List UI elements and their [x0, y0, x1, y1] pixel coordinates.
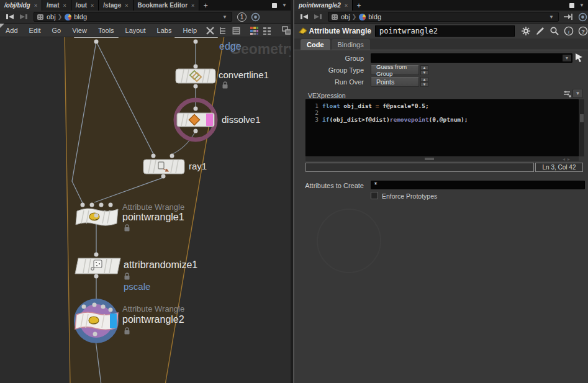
forward-button[interactable] [313, 12, 323, 21]
help-icon[interactable]: ? [578, 26, 588, 36]
hscroll-arrow-icons[interactable]: ◂▸ [563, 156, 572, 162]
pane-menu-chevron-icon[interactable]: ▼ [579, 2, 584, 8]
tab-bindings[interactable]: Bindings [332, 39, 370, 50]
path-field[interactable]: obj ❯ bldg ▼ [34, 12, 232, 22]
node-convertline1[interactable] [176, 69, 215, 83]
code-line[interactable]: 3if(obj_dist>f@dist)removepoint(0,@ptnum… [306, 116, 578, 123]
template-flag[interactable] [206, 114, 213, 126]
path-dropdown-chevron-icon[interactable]: ▼ [220, 14, 229, 20]
search-icon[interactable] [550, 26, 559, 36]
right-tabbar: pointwrangle2 × + ▼ [294, 0, 588, 11]
back-button[interactable] [5, 12, 15, 21]
pane-menu-chevron-icon[interactable]: ▼ [282, 2, 287, 8]
close-icon[interactable]: × [63, 2, 66, 9]
param-tab-strip: Code Bindings [294, 38, 588, 50]
vex-menu-chevron-icon[interactable]: ▼ [572, 89, 583, 98]
code-token: float [322, 102, 340, 109]
pane-corner-handle[interactable] [0, 24, 4, 28]
display-flag[interactable] [110, 313, 117, 328]
tab-code[interactable]: Code [301, 39, 330, 50]
tab-mat[interactable]: /mat × [42, 0, 71, 11]
node-pointwrangle2[interactable] [75, 312, 118, 330]
menu-labs[interactable]: Labs [152, 27, 178, 34]
menu-layout[interactable]: Layout [120, 27, 152, 34]
menu-help[interactable]: Help [177, 27, 202, 34]
attribute-wrangle-icon [297, 26, 307, 37]
node-label-ray1[interactable]: ray1 [189, 161, 207, 171]
run-over-dropdown[interactable]: Points [371, 77, 419, 87]
node-label-dissolve1[interactable]: dissolve1 [222, 114, 261, 125]
close-icon[interactable]: × [91, 2, 94, 9]
list-view-icon[interactable] [231, 25, 242, 35]
group-dropdown-chevron-icon[interactable]: ▼ [563, 55, 571, 61]
path-dropdown-chevron-icon[interactable]: ▼ [547, 14, 556, 20]
tab-pointwrangle2[interactable]: pointwrangle2 × [294, 0, 353, 11]
follow-selection-icon[interactable] [578, 12, 587, 22]
spinner-down-icon: ▼ [420, 70, 428, 75]
brush-icon[interactable] [535, 26, 545, 36]
attributes-to-create-input[interactable]: * [371, 181, 585, 189]
code-horizontal-scrollbar[interactable] [305, 157, 579, 161]
code-vertical-scrollbar[interactable] [579, 99, 584, 156]
network-menubar: Add Edit Go View Tools Layout Labs Help [0, 24, 291, 37]
vex-code-editor[interactable]: 1float obj_dist = f@pscale*0.5;23if(obj_… [305, 99, 579, 156]
breadcrumb-obj[interactable]: obj [47, 13, 56, 20]
follow-selection-icon[interactable] [251, 12, 260, 22]
tab-label: /out [76, 2, 87, 9]
close-icon[interactable]: × [345, 2, 348, 9]
select-operator-cursor-icon[interactable] [575, 53, 584, 63]
pane-link-number-badge[interactable]: 1 [237, 12, 247, 22]
pin-pane-icon[interactable] [563, 12, 574, 21]
breadcrumb-bldg[interactable]: bldg [74, 13, 87, 20]
new-tab-button[interactable]: + [353, 0, 365, 11]
svg-text:i: i [568, 29, 570, 35]
close-icon[interactable]: × [125, 2, 128, 9]
breadcrumb-obj[interactable]: obj [341, 13, 350, 20]
enforce-prototypes-checkbox[interactable] [371, 192, 378, 199]
group-type-spinner[interactable]: ▲▼ [420, 65, 428, 75]
breadcrumb-bldg[interactable]: bldg [368, 13, 381, 20]
node-label-pointwrangle2[interactable]: pointwrangle2 [122, 314, 184, 325]
run-over-spinner[interactable]: ▲▼ [420, 77, 428, 87]
node-attribrandomize1[interactable] [75, 258, 120, 274]
tab-out[interactable]: /out × [71, 0, 99, 11]
code-line[interactable]: 2 [306, 109, 578, 116]
menu-edit[interactable]: Edit [24, 27, 47, 34]
tree-view-icon[interactable] [218, 25, 228, 35]
menu-go[interactable]: Go [47, 27, 67, 34]
add-spare-parameter-icon[interactable] [563, 89, 571, 98]
new-tab-button[interactable]: + [199, 0, 212, 11]
node-offscreen-1[interactable] [74, 37, 119, 38]
grid-icon[interactable] [262, 25, 273, 35]
tab-bookmark-editor[interactable]: Bookmark Editor × [133, 0, 200, 11]
node-label-attribrandomize1[interactable]: attribrandomize1 [124, 259, 197, 271]
node-offscreen-edge[interactable] [174, 37, 218, 38]
menu-view[interactable]: View [66, 27, 93, 34]
group-type-dropdown[interactable]: Guess from Group [371, 65, 419, 75]
gear-menu-icon[interactable] [521, 26, 531, 36]
vexpression-label: VEXpression [308, 92, 346, 99]
network-view[interactable]: Geometry edge convertline1 dissolve1 ray… [0, 37, 291, 383]
tab-obj-bldg[interactable]: /obj/bldg × [0, 0, 42, 11]
node-label-pointwrangle1[interactable]: pointwrangle1 [122, 212, 184, 223]
back-button[interactable] [299, 12, 309, 21]
forward-button[interactable] [19, 12, 29, 21]
menu-tools[interactable]: Tools [93, 27, 120, 34]
maximize-pane-icon[interactable] [272, 3, 277, 8]
path-field[interactable]: obj ❯ bldg ▼ [328, 12, 559, 22]
node-label-convertline1[interactable]: convertline1 [219, 70, 269, 80]
maximize-pane-icon[interactable] [569, 3, 574, 8]
node-dissolve1[interactable] [177, 113, 214, 127]
info-icon[interactable]: i [564, 26, 574, 36]
node-label-edge[interactable]: edge [219, 41, 242, 52]
tools-icon[interactable] [205, 25, 215, 35]
code-line[interactable]: 1float obj_dist = f@pscale*0.5; [306, 102, 578, 109]
node-ray1[interactable] [143, 160, 184, 174]
close-icon[interactable]: × [34, 2, 37, 9]
tab-stage[interactable]: /stage × [99, 0, 133, 11]
group-input[interactable]: ▼ [371, 53, 572, 63]
close-icon[interactable]: × [191, 2, 194, 9]
color-palette-icon[interactable] [249, 25, 260, 35]
node-name-input[interactable]: pointwrangle2 [375, 25, 515, 37]
code-status-field[interactable] [305, 163, 534, 172]
